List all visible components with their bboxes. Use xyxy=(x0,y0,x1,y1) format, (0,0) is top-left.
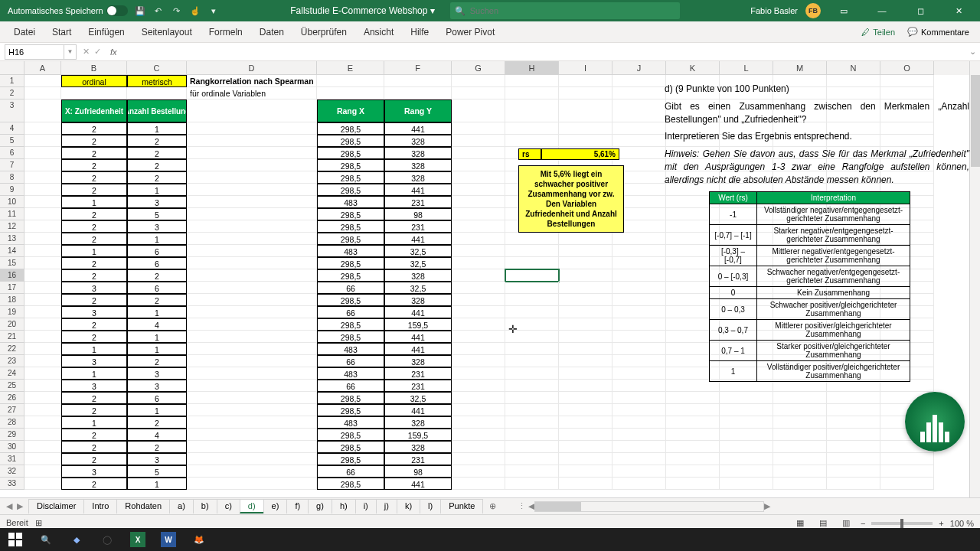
cell-I[interactable] xyxy=(559,416,612,429)
cell-E[interactable]: 298,5 xyxy=(317,429,384,441)
cell-I[interactable] xyxy=(559,87,612,99)
cell-D[interactable] xyxy=(187,122,317,135)
cell-D[interactable] xyxy=(187,306,317,318)
cell-A[interactable] xyxy=(24,392,61,404)
cell-E[interactable] xyxy=(317,87,384,99)
cell-C[interactable]: 1 xyxy=(127,404,187,416)
cell-E[interactable]: 298,5 xyxy=(317,318,384,331)
cell-F[interactable]: 328 xyxy=(384,135,452,147)
ribbon-mode-icon[interactable]: ▭ xyxy=(828,0,859,21)
cell-C[interactable] xyxy=(127,87,187,99)
cell-H[interactable] xyxy=(505,331,559,343)
cell-C[interactable]: 2 xyxy=(127,269,187,282)
cell-F[interactable] xyxy=(384,87,452,99)
cell-D[interactable] xyxy=(187,392,317,404)
cell-J[interactable] xyxy=(612,331,666,343)
sheet-tab-g[interactable]: g) xyxy=(308,499,332,514)
cell-K[interactable] xyxy=(666,465,720,478)
cell-H[interactable] xyxy=(505,99,559,122)
cell-F[interactable]: 231 xyxy=(384,367,452,380)
cell-A[interactable] xyxy=(24,355,61,367)
cell-B[interactable]: 2 xyxy=(61,159,127,171)
cell-J[interactable] xyxy=(612,380,666,392)
cell-J[interactable] xyxy=(612,355,666,367)
cell-G[interactable] xyxy=(452,269,505,282)
cell-H[interactable] xyxy=(505,75,559,87)
cell-B[interactable]: 2 xyxy=(61,392,127,404)
row-header-17[interactable]: 17 xyxy=(0,282,24,294)
cell-J[interactable] xyxy=(612,441,666,453)
cell-D[interactable] xyxy=(187,184,317,196)
cell-G[interactable] xyxy=(452,171,505,184)
cell-A[interactable] xyxy=(24,99,61,122)
cell-D[interactable] xyxy=(187,282,317,294)
cell-F[interactable]: 32,5 xyxy=(384,245,452,257)
cell-I[interactable] xyxy=(559,465,612,478)
cell-G[interactable] xyxy=(452,441,505,453)
search-input[interactable] xyxy=(470,6,675,15)
cell-G[interactable] xyxy=(452,135,505,147)
cell-D[interactable] xyxy=(187,294,317,306)
cell-A[interactable] xyxy=(24,269,61,282)
cell-C[interactable]: 2 xyxy=(127,441,187,453)
cell-G[interactable] xyxy=(452,404,505,416)
cell-A[interactable] xyxy=(24,184,61,196)
cell-A[interactable] xyxy=(24,306,61,318)
cell-A[interactable] xyxy=(24,245,61,257)
cell-L[interactable] xyxy=(720,465,773,478)
cell-D[interactable] xyxy=(187,159,317,171)
cell-C[interactable]: 2 xyxy=(127,147,187,159)
cell-G[interactable] xyxy=(452,367,505,380)
row-header-30[interactable]: 30 xyxy=(0,441,24,453)
cell-K[interactable] xyxy=(666,416,720,429)
accessibility-icon[interactable]: ⊞ xyxy=(35,518,42,527)
cell-H[interactable] xyxy=(505,282,559,294)
cell-F[interactable]: Rang Y xyxy=(384,99,452,122)
cell-J[interactable] xyxy=(612,147,666,159)
column-header-A[interactable]: A xyxy=(24,61,61,75)
cell-D[interactable] xyxy=(187,233,317,245)
cell-C[interactable]: 1 xyxy=(127,122,187,135)
cell-N[interactable] xyxy=(827,478,880,490)
cell-A[interactable] xyxy=(24,171,61,184)
cell-E[interactable]: 298,5 xyxy=(317,147,384,159)
cell-J[interactable] xyxy=(612,269,666,282)
cell-J[interactable] xyxy=(612,453,666,465)
cell-B[interactable]: 1 xyxy=(61,245,127,257)
cell-A[interactable] xyxy=(24,429,61,441)
cell-E[interactable]: 298,5 xyxy=(317,184,384,196)
app-icon-2[interactable]: ◯ xyxy=(92,528,122,551)
cell-F[interactable]: 32,5 xyxy=(384,392,452,404)
start-button[interactable] xyxy=(0,528,31,551)
cell-E[interactable]: 483 xyxy=(317,416,384,429)
cell-M[interactable] xyxy=(773,441,827,453)
cell-G[interactable] xyxy=(452,122,505,135)
cell-B[interactable]: 2 xyxy=(61,257,127,269)
zoom-in-button[interactable]: + xyxy=(939,519,943,528)
cell-F[interactable]: 98 xyxy=(384,465,452,478)
cell-E[interactable]: 298,5 xyxy=(317,331,384,343)
cell-I[interactable] xyxy=(559,75,612,87)
cell-B[interactable]: 3 xyxy=(61,380,127,392)
row-header-12[interactable]: 12 xyxy=(0,220,24,233)
cell-M[interactable] xyxy=(773,429,827,441)
cell-B[interactable]: 2 xyxy=(61,294,127,306)
cell-E[interactable]: 66 xyxy=(317,282,384,294)
cell-G[interactable] xyxy=(452,453,505,465)
cell-F[interactable]: 328 xyxy=(384,159,452,171)
cell-D[interactable] xyxy=(187,453,317,465)
cell-H[interactable] xyxy=(505,343,559,355)
excel-taskbar-icon[interactable]: X xyxy=(122,528,153,551)
cell-A[interactable] xyxy=(24,331,61,343)
cell-N[interactable] xyxy=(827,392,880,404)
cell-D[interactable] xyxy=(187,99,317,122)
cell-K[interactable] xyxy=(666,441,720,453)
cell-F[interactable]: 441 xyxy=(384,184,452,196)
cell-G[interactable] xyxy=(452,184,505,196)
cell-E[interactable]: 483 xyxy=(317,196,384,208)
cell-G[interactable] xyxy=(452,392,505,404)
cell-I[interactable] xyxy=(559,392,612,404)
cell-M[interactable] xyxy=(773,416,827,429)
cell-G[interactable] xyxy=(452,87,505,99)
touch-icon[interactable]: ☝ xyxy=(189,5,201,17)
